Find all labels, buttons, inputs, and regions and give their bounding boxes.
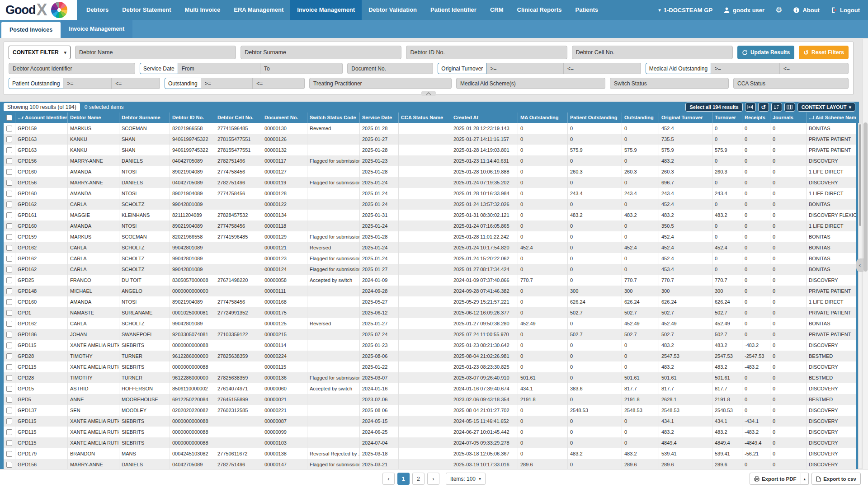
- outstanding-max-input[interactable]: [253, 78, 305, 89]
- column-header-receipts[interactable]: Receipts: [742, 113, 770, 123]
- row-checkbox[interactable]: [6, 310, 12, 316]
- table-row[interactable]: GPD115XANTE AMELIA RUTHSIEBRITS000000000…: [4, 416, 856, 427]
- patient-outstanding-min-input[interactable]: [63, 78, 112, 89]
- column-header-cca-status-name[interactable]: CCA Status Name: [399, 113, 451, 123]
- account-identifier-input[interactable]: [9, 63, 135, 74]
- header-checkbox[interactable]: [6, 115, 12, 121]
- table-row[interactable]: GPD163KANKUSHAN9406199745322278155477551…: [4, 145, 856, 155]
- row-checkbox[interactable]: [6, 386, 12, 392]
- nav-item-invoice-management[interactable]: Invoice Management: [290, 0, 362, 20]
- row-checkbox[interactable]: [6, 234, 12, 240]
- export-csv-button[interactable]: Export to csv: [811, 473, 861, 485]
- page-scrollbar-thumb[interactable]: [863, 122, 868, 272]
- row-checkbox[interactable]: [6, 440, 12, 446]
- table-scrollbar-thumb[interactable]: [859, 124, 861, 226]
- document-no-input[interactable]: [347, 63, 433, 74]
- column-header-service-date[interactable]: Service Date: [360, 113, 399, 123]
- row-checkbox[interactable]: [6, 299, 12, 305]
- select-all-results-button[interactable]: Select all 194 results: [685, 103, 742, 112]
- column-header-journals[interactable]: Journals: [770, 113, 807, 123]
- column-header-debtor-id-no[interactable]: Debtor ID No.: [170, 113, 215, 123]
- table-row[interactable]: GPD186JOHANSWANEPOEL92033050740812710335…: [4, 329, 856, 340]
- table-row[interactable]: GPD179BRANDONMANS00042451030822775061167…: [4, 448, 856, 459]
- row-checkbox[interactable]: [6, 256, 12, 262]
- column-header-created-at[interactable]: Created At: [451, 113, 518, 123]
- page-button-2[interactable]: 2: [412, 473, 425, 485]
- columns-button[interactable]: [784, 103, 795, 112]
- side-panel-toggle[interactable]: ‹: [856, 258, 863, 272]
- table-row[interactable]: GPD1NAMASTESURLANAME00010250000812772499…: [4, 307, 856, 318]
- row-checkbox[interactable]: [6, 288, 12, 294]
- nav-item-era-management[interactable]: ERA Management: [227, 0, 290, 20]
- table-row[interactable]: GPD162CARLASCHOLTZ9904280108900000123Fla…: [4, 253, 856, 264]
- column-header-debtor-surname[interactable]: Debtor Surname: [119, 113, 170, 123]
- table-row[interactable]: GPD161MAGGIEKLEINHANS8211120408927828457…: [4, 210, 856, 221]
- row-checkbox[interactable]: [6, 429, 12, 435]
- row-checkbox[interactable]: [6, 418, 12, 424]
- table-row[interactable]: GPD28TIMOTHYTURNER9612286000000278256383…: [4, 372, 856, 383]
- outstanding-min-input[interactable]: [201, 78, 253, 89]
- prev-page-button[interactable]: ‹: [382, 473, 395, 485]
- medical-aid-schemes-input[interactable]: [456, 78, 605, 89]
- table-row[interactable]: GPD137SENMOODLEY020202022008227602312585…: [4, 405, 856, 416]
- row-checkbox[interactable]: [6, 126, 12, 131]
- nav-item-debtor-statement[interactable]: Debtor Statement: [115, 0, 178, 20]
- row-checkbox[interactable]: [6, 353, 12, 359]
- row-checkbox[interactable]: [6, 277, 12, 283]
- subtab-posted-invoices[interactable]: Posted Invoices: [1, 22, 61, 38]
- patient-outstanding-max-input[interactable]: [112, 78, 160, 89]
- row-checkbox[interactable]: [6, 332, 12, 338]
- column-header-outstanding[interactable]: Outstanding: [622, 113, 659, 123]
- column-header-switch-status-code[interactable]: Switch Status Code: [307, 113, 360, 123]
- row-checkbox[interactable]: [6, 267, 12, 272]
- original-turnover-max-input[interactable]: [564, 63, 641, 74]
- table-row[interactable]: GPD159MARKUSSCOEMAN820219665582774159648…: [4, 231, 856, 242]
- service-date-to-input[interactable]: [260, 63, 343, 74]
- row-checkbox[interactable]: [6, 212, 12, 218]
- collapse-filters-button[interactable]: [421, 91, 436, 96]
- switch-status-input[interactable]: [610, 78, 729, 89]
- table-row[interactable]: GPD115XANTE AMELIA RUTHSIEBRITS000000000…: [4, 340, 856, 351]
- table-row[interactable]: GPD162CARLASCHOLTZ9904280108900000121Rev…: [4, 242, 856, 253]
- user-menu[interactable]: goodx user: [723, 7, 764, 14]
- row-checkbox[interactable]: [6, 202, 12, 207]
- row-checkbox[interactable]: [6, 397, 12, 403]
- table-row[interactable]: GPD28TIMOTHYTURNER9612286000000278256383…: [4, 351, 856, 361]
- row-checkbox[interactable]: [6, 408, 12, 413]
- row-checkbox[interactable]: [6, 223, 12, 229]
- service-date-from-input[interactable]: [178, 63, 260, 74]
- column-header-debtor-cell-no[interactable]: Debtor Cell No.: [215, 113, 262, 123]
- table-row[interactable]: GPD15ASTRIDHOFFERSON85061100000022761407…: [4, 383, 856, 394]
- row-checkbox[interactable]: [6, 375, 12, 381]
- column-header-ma-outstanding[interactable]: MA Outstanding: [518, 113, 568, 123]
- context-filter-select[interactable]: CONTEXT FILTER ▾: [9, 46, 71, 59]
- row-checkbox[interactable]: [6, 191, 12, 197]
- cca-status-input[interactable]: [733, 78, 849, 89]
- row-checkbox[interactable]: [6, 364, 12, 370]
- table-scrollbar[interactable]: [858, 123, 862, 469]
- reset-filters-button[interactable]: ↺ Reset Filters: [799, 46, 849, 59]
- column-header-original-turnover[interactable]: Original Turnover: [659, 113, 712, 123]
- nav-item-crm[interactable]: CRM: [483, 0, 510, 20]
- row-checkbox[interactable]: [6, 147, 12, 153]
- nav-item-patients[interactable]: Patients: [568, 0, 605, 20]
- table-row[interactable]: GPD162CARLASCHOLTZ9904280108900000122202…: [4, 199, 856, 210]
- debtor-id-input[interactable]: [406, 46, 567, 59]
- row-checkbox[interactable]: [6, 136, 12, 142]
- fit-columns-button[interactable]: [745, 103, 756, 112]
- next-page-button[interactable]: ›: [427, 473, 439, 485]
- logout-button[interactable]: Logout: [830, 7, 860, 14]
- sort-button[interactable]: [771, 103, 782, 112]
- reset-layout-button[interactable]: ↺: [758, 103, 769, 112]
- table-row[interactable]: GPD5ANNEMOOREHOUSE6912250220084276451558…: [4, 394, 856, 405]
- row-checkbox[interactable]: [6, 321, 12, 327]
- column-header-document-no[interactable]: Document No.: [262, 113, 307, 123]
- medical-aid-outstanding-max-input[interactable]: [780, 63, 849, 74]
- practice-selector[interactable]: ▾ 1-DOCSTEAM GP: [658, 7, 712, 14]
- nav-item-clinical-reports[interactable]: Clinical Reports: [510, 0, 569, 20]
- row-checkbox[interactable]: [6, 169, 12, 175]
- table-row[interactable]: GPD156MARRY-ANNEDANIELS04042705089278275…: [4, 459, 856, 469]
- table-row[interactable]: GPD162CARLASCHOLTZ9904280108900000125Rev…: [4, 318, 856, 329]
- about-button[interactable]: About: [793, 7, 820, 14]
- export-pdf-button[interactable]: Export to PDF: [750, 473, 801, 485]
